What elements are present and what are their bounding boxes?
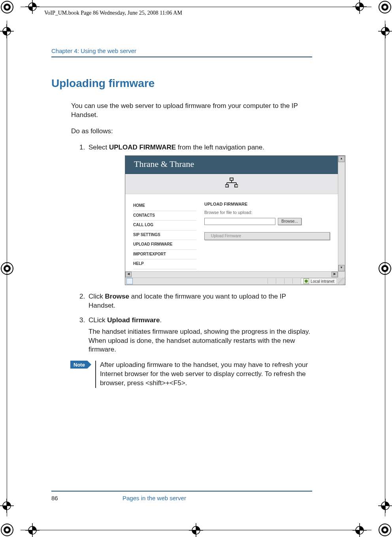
registration-target-icon xyxy=(352,0,368,15)
note-badge: Note xyxy=(70,361,87,369)
nav-item-sip-settings[interactable]: SIP SETTINGS xyxy=(133,231,196,240)
step-1-post: from the left navigation pane. xyxy=(176,144,264,151)
intro-paragraph-1: You can use the web server to upload fir… xyxy=(71,102,312,120)
nav-item-call-log[interactable]: CALL LOG xyxy=(133,221,196,231)
page-footer: 86 Pages in the web server xyxy=(51,491,312,501)
step-2-pre: Click xyxy=(89,293,105,300)
upload-firmware-button[interactable]: Upload Firmware xyxy=(204,232,330,240)
file-path-input[interactable] xyxy=(204,218,275,225)
security-zone: Local intranet xyxy=(301,278,337,284)
step-3-bold: Upload firmware xyxy=(107,316,160,324)
crop-circle-icon xyxy=(0,261,15,276)
svg-point-8 xyxy=(6,528,9,531)
crop-circle-icon xyxy=(0,522,15,537)
step-2-bold: Browse xyxy=(105,293,129,300)
svg-rect-50 xyxy=(225,185,228,187)
step-1: Select UPLOAD FIRMWARE from the left nav… xyxy=(87,143,312,285)
vertical-scrollbar[interactable]: ▲ ▼ xyxy=(338,156,345,271)
svg-rect-51 xyxy=(235,185,238,187)
scroll-down-icon[interactable]: ▼ xyxy=(338,265,345,271)
step-1-pre: Select xyxy=(89,144,109,151)
embedded-screenshot: Thrane & Thrane HOME CONTACTS CALL LOG S… xyxy=(125,155,345,285)
status-segment xyxy=(292,278,299,284)
registration-target-icon xyxy=(377,23,392,39)
horizontal-scrollbar[interactable]: ◀ ▶ xyxy=(125,271,338,278)
status-segment xyxy=(276,278,283,284)
registration-target-icon xyxy=(0,23,15,39)
svg-point-11 xyxy=(383,528,386,531)
scroll-left-icon[interactable]: ◀ xyxy=(125,272,132,277)
network-icon xyxy=(225,178,238,191)
svg-rect-45 xyxy=(230,178,233,180)
svg-point-14 xyxy=(6,267,9,270)
step-3: CLick Upload firmware. The handset initi… xyxy=(87,316,312,355)
scroll-up-icon[interactable]: ▲ xyxy=(338,156,345,162)
nav-item-upload-firmware[interactable]: UPLOAD FIRMWARE xyxy=(133,240,196,250)
svg-point-17 xyxy=(383,267,386,270)
panel-title: UPLOAD FIRMWARE xyxy=(204,201,330,207)
step-3-pre: CLick xyxy=(89,316,107,324)
brand-header: Thrane & Thrane xyxy=(125,156,338,174)
page-status-icon xyxy=(126,278,133,284)
running-header: VoIP_UM.book Page 86 Wednesday, June 25,… xyxy=(44,10,182,16)
section-heading: Uploading firmware xyxy=(51,77,312,90)
scrollbar-corner xyxy=(338,271,345,278)
chapter-title: Chapter 4: Using the web server xyxy=(51,47,312,57)
step-3-sub: The handset initiates firmware upload, s… xyxy=(89,327,312,355)
page-number: 86 xyxy=(51,495,122,501)
registration-target-icon xyxy=(24,0,40,15)
nav-item-import-export[interactable]: IMPORT/EXPORT xyxy=(133,250,196,260)
svg-point-2 xyxy=(6,6,9,9)
scroll-right-icon[interactable]: ▶ xyxy=(332,272,338,277)
zone-label: Local intranet xyxy=(311,279,334,284)
nav-item-contacts[interactable]: CONTACTS xyxy=(133,211,196,221)
note-block: Note After uploading firmware to the han… xyxy=(70,361,312,388)
step-3-post: . xyxy=(160,316,162,324)
screenshot-body: HOME CONTACTS CALL LOG SIP SETTINGS UPLO… xyxy=(125,194,338,271)
crop-circle-icon xyxy=(377,261,392,276)
crop-circle-icon xyxy=(377,0,392,15)
nav-item-help[interactable]: HELP xyxy=(133,259,196,269)
status-segment xyxy=(268,278,274,284)
registration-target-icon xyxy=(377,498,392,514)
crop-line-top xyxy=(21,7,371,7)
registration-target-icon xyxy=(352,522,368,537)
crop-circle-icon xyxy=(377,522,392,537)
intranet-zone-icon xyxy=(303,278,309,284)
header-icon-bar xyxy=(125,174,338,194)
nav-item-home[interactable]: HOME xyxy=(133,201,196,211)
note-text: After uploading firmware to the handset,… xyxy=(95,361,312,388)
registration-target-icon xyxy=(24,522,40,537)
step-2: Click Browse and locate the firmware you… xyxy=(87,292,312,310)
step-1-bold: UPLOAD FIRMWARE xyxy=(109,144,176,151)
registration-target-icon xyxy=(188,522,204,537)
page-content: Chapter 4: Using the web server Uploadin… xyxy=(51,47,312,388)
footer-title: Pages in the web server xyxy=(122,495,312,501)
svg-point-5 xyxy=(383,6,386,9)
registration-target-icon xyxy=(0,498,15,514)
browse-button[interactable]: Browse... xyxy=(278,218,302,225)
left-nav: HOME CONTACTS CALL LOG SIP SETTINGS UPLO… xyxy=(125,194,200,271)
screenshot-inner: Thrane & Thrane HOME CONTACTS CALL LOG S… xyxy=(125,156,338,271)
panel-subtitle: Browse for file to upload: xyxy=(204,210,330,216)
status-bar: Local intranet xyxy=(125,278,345,285)
status-segment xyxy=(284,278,291,284)
intro-paragraph-2: Do as follows: xyxy=(71,127,312,136)
resize-grip-icon[interactable] xyxy=(338,278,345,285)
main-panel: UPLOAD FIRMWARE Browse for file to uploa… xyxy=(200,194,338,271)
crop-circle-icon xyxy=(0,0,15,15)
